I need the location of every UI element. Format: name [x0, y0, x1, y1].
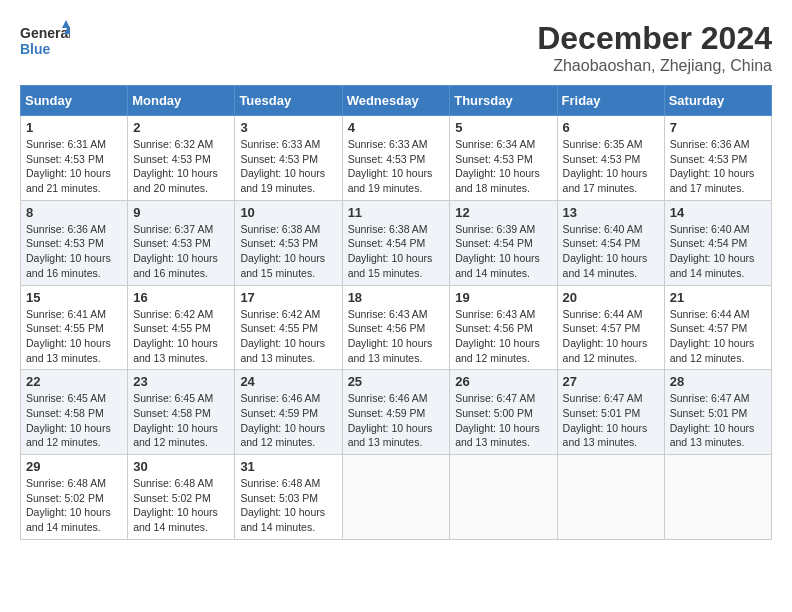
day-header-thursday: Thursday — [450, 86, 557, 116]
page-header: General Blue December 2024 Zhaobaoshan, … — [20, 20, 772, 75]
calendar-cell: 25Sunrise: 6:46 AM Sunset: 4:59 PM Dayli… — [342, 370, 450, 455]
day-number: 27 — [563, 374, 659, 389]
calendar-cell: 28Sunrise: 6:47 AM Sunset: 5:01 PM Dayli… — [664, 370, 771, 455]
calendar-cell: 23Sunrise: 6:45 AM Sunset: 4:58 PM Dayli… — [128, 370, 235, 455]
cell-sunrise-sunset-text: Sunrise: 6:33 AM Sunset: 4:53 PM Dayligh… — [240, 137, 336, 196]
day-header-saturday: Saturday — [664, 86, 771, 116]
calendar-cell: 11Sunrise: 6:38 AM Sunset: 4:54 PM Dayli… — [342, 200, 450, 285]
logo-icon: General Blue — [20, 20, 70, 60]
cell-sunrise-sunset-text: Sunrise: 6:42 AM Sunset: 4:55 PM Dayligh… — [133, 307, 229, 366]
day-number: 18 — [348, 290, 445, 305]
day-number: 16 — [133, 290, 229, 305]
cell-sunrise-sunset-text: Sunrise: 6:45 AM Sunset: 4:58 PM Dayligh… — [26, 391, 122, 450]
day-number: 30 — [133, 459, 229, 474]
calendar-cell: 5Sunrise: 6:34 AM Sunset: 4:53 PM Daylig… — [450, 116, 557, 201]
calendar-cell — [557, 455, 664, 540]
cell-sunrise-sunset-text: Sunrise: 6:46 AM Sunset: 4:59 PM Dayligh… — [348, 391, 445, 450]
calendar-week-row: 29Sunrise: 6:48 AM Sunset: 5:02 PM Dayli… — [21, 455, 772, 540]
calendar-cell: 26Sunrise: 6:47 AM Sunset: 5:00 PM Dayli… — [450, 370, 557, 455]
calendar-cell: 30Sunrise: 6:48 AM Sunset: 5:02 PM Dayli… — [128, 455, 235, 540]
cell-sunrise-sunset-text: Sunrise: 6:37 AM Sunset: 4:53 PM Dayligh… — [133, 222, 229, 281]
calendar-cell: 8Sunrise: 6:36 AM Sunset: 4:53 PM Daylig… — [21, 200, 128, 285]
calendar-cell: 22Sunrise: 6:45 AM Sunset: 4:58 PM Dayli… — [21, 370, 128, 455]
day-header-tuesday: Tuesday — [235, 86, 342, 116]
day-number: 8 — [26, 205, 122, 220]
cell-sunrise-sunset-text: Sunrise: 6:48 AM Sunset: 5:02 PM Dayligh… — [26, 476, 122, 535]
day-number: 23 — [133, 374, 229, 389]
day-number: 21 — [670, 290, 766, 305]
day-number: 6 — [563, 120, 659, 135]
calendar-cell: 31Sunrise: 6:48 AM Sunset: 5:03 PM Dayli… — [235, 455, 342, 540]
calendar-cell: 14Sunrise: 6:40 AM Sunset: 4:54 PM Dayli… — [664, 200, 771, 285]
day-number: 9 — [133, 205, 229, 220]
cell-sunrise-sunset-text: Sunrise: 6:45 AM Sunset: 4:58 PM Dayligh… — [133, 391, 229, 450]
cell-sunrise-sunset-text: Sunrise: 6:39 AM Sunset: 4:54 PM Dayligh… — [455, 222, 551, 281]
day-number: 2 — [133, 120, 229, 135]
day-number: 19 — [455, 290, 551, 305]
calendar-cell: 16Sunrise: 6:42 AM Sunset: 4:55 PM Dayli… — [128, 285, 235, 370]
cell-sunrise-sunset-text: Sunrise: 6:36 AM Sunset: 4:53 PM Dayligh… — [670, 137, 766, 196]
day-number: 1 — [26, 120, 122, 135]
day-header-sunday: Sunday — [21, 86, 128, 116]
day-number: 25 — [348, 374, 445, 389]
calendar-cell: 3Sunrise: 6:33 AM Sunset: 4:53 PM Daylig… — [235, 116, 342, 201]
day-number: 7 — [670, 120, 766, 135]
calendar-cell: 29Sunrise: 6:48 AM Sunset: 5:02 PM Dayli… — [21, 455, 128, 540]
calendar-cell: 18Sunrise: 6:43 AM Sunset: 4:56 PM Dayli… — [342, 285, 450, 370]
calendar-header-row: SundayMondayTuesdayWednesdayThursdayFrid… — [21, 86, 772, 116]
cell-sunrise-sunset-text: Sunrise: 6:32 AM Sunset: 4:53 PM Dayligh… — [133, 137, 229, 196]
cell-sunrise-sunset-text: Sunrise: 6:31 AM Sunset: 4:53 PM Dayligh… — [26, 137, 122, 196]
location-subtitle: Zhaobaoshan, Zhejiang, China — [537, 57, 772, 75]
calendar-cell: 6Sunrise: 6:35 AM Sunset: 4:53 PM Daylig… — [557, 116, 664, 201]
cell-sunrise-sunset-text: Sunrise: 6:48 AM Sunset: 5:03 PM Dayligh… — [240, 476, 336, 535]
day-header-wednesday: Wednesday — [342, 86, 450, 116]
day-number: 12 — [455, 205, 551, 220]
cell-sunrise-sunset-text: Sunrise: 6:38 AM Sunset: 4:54 PM Dayligh… — [348, 222, 445, 281]
day-number: 13 — [563, 205, 659, 220]
day-number: 5 — [455, 120, 551, 135]
calendar-cell: 10Sunrise: 6:38 AM Sunset: 4:53 PM Dayli… — [235, 200, 342, 285]
day-number: 28 — [670, 374, 766, 389]
cell-sunrise-sunset-text: Sunrise: 6:34 AM Sunset: 4:53 PM Dayligh… — [455, 137, 551, 196]
cell-sunrise-sunset-text: Sunrise: 6:48 AM Sunset: 5:02 PM Dayligh… — [133, 476, 229, 535]
day-number: 31 — [240, 459, 336, 474]
day-number: 17 — [240, 290, 336, 305]
calendar-table: SundayMondayTuesdayWednesdayThursdayFrid… — [20, 85, 772, 540]
calendar-cell: 4Sunrise: 6:33 AM Sunset: 4:53 PM Daylig… — [342, 116, 450, 201]
day-header-monday: Monday — [128, 86, 235, 116]
cell-sunrise-sunset-text: Sunrise: 6:40 AM Sunset: 4:54 PM Dayligh… — [670, 222, 766, 281]
cell-sunrise-sunset-text: Sunrise: 6:47 AM Sunset: 5:00 PM Dayligh… — [455, 391, 551, 450]
day-number: 22 — [26, 374, 122, 389]
cell-sunrise-sunset-text: Sunrise: 6:47 AM Sunset: 5:01 PM Dayligh… — [670, 391, 766, 450]
cell-sunrise-sunset-text: Sunrise: 6:38 AM Sunset: 4:53 PM Dayligh… — [240, 222, 336, 281]
calendar-cell — [342, 455, 450, 540]
calendar-cell: 21Sunrise: 6:44 AM Sunset: 4:57 PM Dayli… — [664, 285, 771, 370]
calendar-cell: 12Sunrise: 6:39 AM Sunset: 4:54 PM Dayli… — [450, 200, 557, 285]
day-number: 20 — [563, 290, 659, 305]
calendar-week-row: 8Sunrise: 6:36 AM Sunset: 4:53 PM Daylig… — [21, 200, 772, 285]
day-number: 29 — [26, 459, 122, 474]
day-number: 26 — [455, 374, 551, 389]
calendar-cell: 17Sunrise: 6:42 AM Sunset: 4:55 PM Dayli… — [235, 285, 342, 370]
cell-sunrise-sunset-text: Sunrise: 6:43 AM Sunset: 4:56 PM Dayligh… — [348, 307, 445, 366]
month-title: December 2024 — [537, 20, 772, 57]
cell-sunrise-sunset-text: Sunrise: 6:47 AM Sunset: 5:01 PM Dayligh… — [563, 391, 659, 450]
calendar-cell: 19Sunrise: 6:43 AM Sunset: 4:56 PM Dayli… — [450, 285, 557, 370]
calendar-cell: 9Sunrise: 6:37 AM Sunset: 4:53 PM Daylig… — [128, 200, 235, 285]
day-number: 15 — [26, 290, 122, 305]
calendar-cell: 20Sunrise: 6:44 AM Sunset: 4:57 PM Dayli… — [557, 285, 664, 370]
day-number: 24 — [240, 374, 336, 389]
cell-sunrise-sunset-text: Sunrise: 6:42 AM Sunset: 4:55 PM Dayligh… — [240, 307, 336, 366]
day-number: 10 — [240, 205, 336, 220]
day-number: 11 — [348, 205, 445, 220]
calendar-cell: 24Sunrise: 6:46 AM Sunset: 4:59 PM Dayli… — [235, 370, 342, 455]
day-header-friday: Friday — [557, 86, 664, 116]
cell-sunrise-sunset-text: Sunrise: 6:41 AM Sunset: 4:55 PM Dayligh… — [26, 307, 122, 366]
calendar-week-row: 22Sunrise: 6:45 AM Sunset: 4:58 PM Dayli… — [21, 370, 772, 455]
cell-sunrise-sunset-text: Sunrise: 6:36 AM Sunset: 4:53 PM Dayligh… — [26, 222, 122, 281]
cell-sunrise-sunset-text: Sunrise: 6:43 AM Sunset: 4:56 PM Dayligh… — [455, 307, 551, 366]
cell-sunrise-sunset-text: Sunrise: 6:35 AM Sunset: 4:53 PM Dayligh… — [563, 137, 659, 196]
cell-sunrise-sunset-text: Sunrise: 6:33 AM Sunset: 4:53 PM Dayligh… — [348, 137, 445, 196]
calendar-cell: 2Sunrise: 6:32 AM Sunset: 4:53 PM Daylig… — [128, 116, 235, 201]
calendar-cell: 13Sunrise: 6:40 AM Sunset: 4:54 PM Dayli… — [557, 200, 664, 285]
